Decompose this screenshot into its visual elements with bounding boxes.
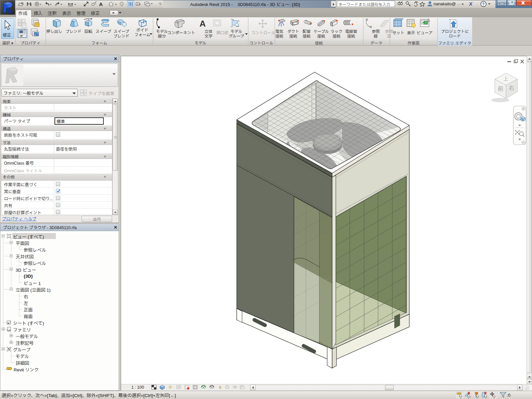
svg-text:A: A <box>200 19 206 29</box>
svg-text:…: … <box>457 2 461 6</box>
svg-text:X: X <box>468 1 472 7</box>
svg-text::0: :0 <box>507 393 510 398</box>
svg-text:nanakaito@: nanakaito@ <box>434 2 456 6</box>
svg-text:右: 右 <box>509 85 514 91</box>
svg-text:?: ? <box>482 2 484 7</box>
svg-text:上: 上 <box>503 76 508 81</box>
svg-text:x: x <box>137 3 138 6</box>
svg-text:前: 前 <box>498 86 503 92</box>
svg-text:1: 1 <box>95 2 96 4</box>
svg-text:A: A <box>99 1 103 7</box>
